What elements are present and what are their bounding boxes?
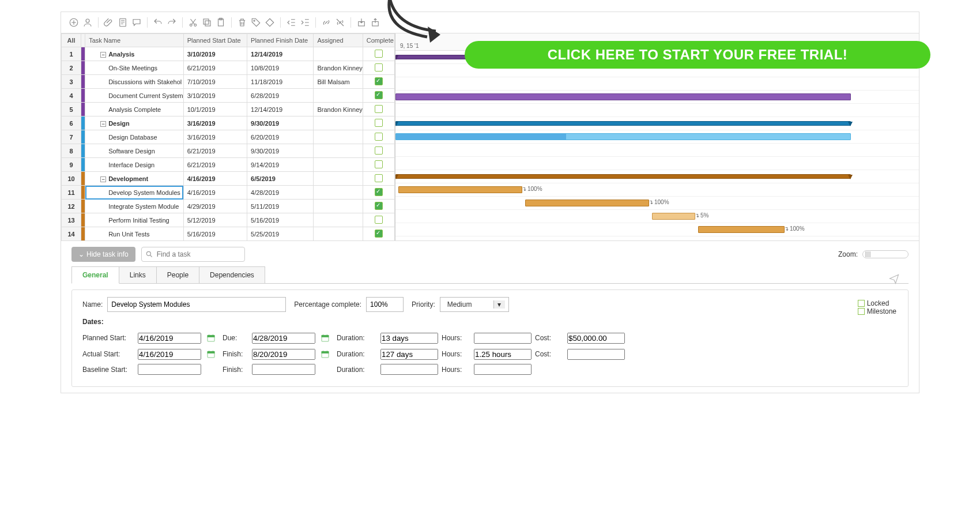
finish-cell[interactable]: 12/14/2019 xyxy=(247,47,314,61)
start-cell[interactable]: 3/10/2019 xyxy=(183,47,247,61)
table-row[interactable]: 14Run Unit Tests5/16/20195/25/2019 xyxy=(62,227,395,241)
gantt-bar[interactable]: 100% xyxy=(698,226,785,233)
task-name-cell[interactable]: Integrate System Module xyxy=(85,200,184,213)
finish-cell[interactable]: 5/25/2019 xyxy=(247,227,314,241)
task-name-cell[interactable]: Perform Initial Testing xyxy=(85,213,184,227)
start-cell[interactable]: 6/21/2019 xyxy=(183,61,247,75)
table-row[interactable]: 1−Analysis3/10/201912/14/2019 xyxy=(62,47,395,61)
attach-icon[interactable] xyxy=(103,17,115,28)
table-row[interactable]: 7Design Database3/16/20196/20/2019 xyxy=(62,130,395,144)
finish-cell[interactable]: 6/20/2019 xyxy=(247,130,314,144)
gantt-bar[interactable] xyxy=(395,121,851,126)
person-icon[interactable] xyxy=(82,17,93,28)
tag-icon[interactable] xyxy=(250,17,262,28)
collapse-icon[interactable]: − xyxy=(100,52,106,58)
baseline-finish-input[interactable] xyxy=(252,364,315,375)
complete-cell[interactable] xyxy=(363,158,394,172)
table-row[interactable]: 3Discussions with Stakehol7/10/201911/18… xyxy=(62,75,395,89)
table-row[interactable]: 2On-Site Meetings6/21/201910/8/2019Brand… xyxy=(62,61,395,75)
assigned-cell[interactable]: Brandon Kinney xyxy=(314,61,363,75)
assigned-cell[interactable]: Bill Malsam xyxy=(314,75,363,89)
paste-icon[interactable] xyxy=(215,17,227,28)
send-icon[interactable] xyxy=(888,273,900,286)
assigned-cell[interactable] xyxy=(314,200,363,213)
table-row[interactable]: 13Perform Initial Testing5/12/20195/16/2… xyxy=(62,213,395,227)
complete-cell[interactable] xyxy=(363,144,394,158)
start-cell[interactable]: 5/16/2019 xyxy=(183,227,247,241)
tab-people[interactable]: People xyxy=(156,266,199,283)
finish-cell[interactable]: 10/8/2019 xyxy=(247,61,314,75)
gantt-bar[interactable]: 5% xyxy=(652,213,695,220)
planned-duration-input[interactable] xyxy=(380,333,438,344)
gantt-bar[interactable]: 100% xyxy=(398,186,522,193)
actual-start-input[interactable] xyxy=(138,349,201,360)
export-icon[interactable] xyxy=(370,17,381,28)
finish-cell[interactable]: 5/16/2019 xyxy=(247,213,314,227)
col-assigned[interactable]: Assigned xyxy=(314,34,363,47)
task-name-cell[interactable]: Software Design xyxy=(85,144,184,158)
col-planned-start[interactable]: Planned Start Date xyxy=(183,34,247,47)
table-row[interactable]: 11Develop System Modules4/16/20194/28/20… xyxy=(62,186,395,200)
complete-cell[interactable] xyxy=(363,130,394,144)
start-cell[interactable]: 7/10/2019 xyxy=(183,75,247,89)
checkbox-icon[interactable] xyxy=(375,202,383,210)
finish-cell[interactable]: 5/11/2019 xyxy=(247,200,314,213)
copy-icon[interactable] xyxy=(201,17,213,28)
find-task-input[interactable] xyxy=(141,247,245,262)
task-name-cell[interactable]: Analysis Complete xyxy=(85,103,184,116)
complete-cell[interactable] xyxy=(363,89,394,103)
checkbox-icon[interactable] xyxy=(375,50,383,58)
indent-icon[interactable] xyxy=(299,17,311,28)
checkbox-icon[interactable] xyxy=(375,216,383,224)
checkbox-icon[interactable] xyxy=(375,133,383,141)
table-row[interactable]: 6−Design3/16/20199/30/2019 xyxy=(62,116,395,130)
checkbox-icon[interactable] xyxy=(375,77,383,85)
start-cell[interactable]: 10/1/2019 xyxy=(183,103,247,116)
name-input[interactable] xyxy=(107,297,286,312)
task-name-cell[interactable]: Document Current System xyxy=(85,89,184,103)
complete-cell[interactable] xyxy=(363,61,394,75)
baseline-hours-input[interactable] xyxy=(474,364,532,375)
diamond-icon[interactable] xyxy=(264,17,276,28)
table-row[interactable]: 10−Development4/16/20196/5/2019 xyxy=(62,172,395,186)
task-name-cell[interactable]: −Design xyxy=(85,116,184,130)
complete-cell[interactable] xyxy=(363,213,394,227)
checkbox-icon[interactable] xyxy=(375,188,383,196)
assigned-cell[interactable] xyxy=(314,89,363,103)
complete-cell[interactable] xyxy=(363,116,394,130)
start-cell[interactable]: 4/16/2019 xyxy=(183,172,247,186)
task-name-cell[interactable]: −Development xyxy=(85,172,184,186)
assigned-cell[interactable] xyxy=(314,227,363,241)
cost-input[interactable] xyxy=(567,333,625,344)
col-planned-finish[interactable]: Planned Finish Date xyxy=(247,34,314,47)
collapse-icon[interactable]: − xyxy=(100,176,106,182)
note-icon[interactable] xyxy=(117,17,129,28)
gantt-bar[interactable] xyxy=(395,174,851,179)
task-name-cell[interactable]: Develop System Modules xyxy=(85,186,184,200)
baseline-start-input[interactable] xyxy=(138,364,201,375)
tab-general[interactable]: General xyxy=(71,266,119,284)
complete-cell[interactable] xyxy=(363,186,394,200)
assigned-cell[interactable] xyxy=(314,213,363,227)
checkbox-icon[interactable] xyxy=(375,230,383,238)
milestone-checkbox[interactable]: Milestone xyxy=(858,307,896,315)
unlink-icon[interactable] xyxy=(334,17,346,28)
checkbox-icon[interactable] xyxy=(375,119,383,127)
task-name-cell[interactable]: Design Database xyxy=(85,130,184,144)
assigned-cell[interactable] xyxy=(314,130,363,144)
table-row[interactable]: 4Document Current System3/10/20196/28/20… xyxy=(62,89,395,103)
tab-dependencies[interactable]: Dependencies xyxy=(199,266,265,283)
table-row[interactable]: 9Interface Design6/21/20199/14/2019 xyxy=(62,158,395,172)
complete-cell[interactable] xyxy=(363,47,394,61)
priority-select[interactable]: Medium ▾ xyxy=(440,297,509,312)
cut-icon[interactable] xyxy=(187,17,199,28)
col-all[interactable]: All xyxy=(62,34,81,47)
assigned-cell[interactable] xyxy=(314,172,363,186)
start-cell[interactable]: 3/16/2019 xyxy=(183,116,247,130)
task-name-cell[interactable]: On-Site Meetings xyxy=(85,61,184,75)
import-icon[interactable] xyxy=(356,17,367,28)
checkbox-icon[interactable] xyxy=(375,146,383,155)
locked-checkbox[interactable]: Locked xyxy=(858,299,896,307)
finish-cell[interactable]: 12/14/2019 xyxy=(247,103,314,116)
gantt-bar[interactable] xyxy=(395,93,851,100)
